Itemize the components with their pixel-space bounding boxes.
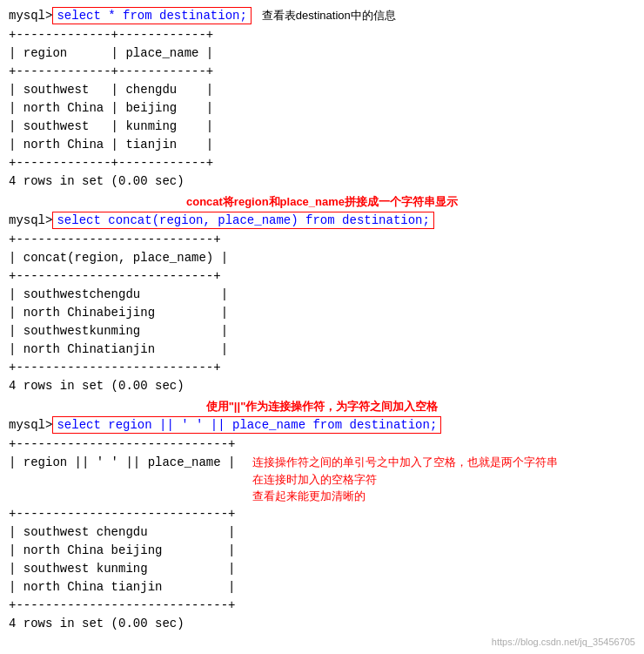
block2-header: | concat(region, place_name) | — [9, 249, 635, 267]
block2-rowcount: 4 rows in set (0.00 sec) — [9, 377, 635, 395]
block1-sep2: +-------------+------------+ — [9, 63, 635, 81]
block1-rowcount: 4 rows in set (0.00 sec) — [9, 172, 635, 191]
block2-sep2: +---------------------------+ — [9, 267, 635, 286]
block1: mysql> select * from destination; 查看表des… — [9, 7, 635, 191]
block3-sep1: +-----------------------------+ — [9, 435, 635, 454]
block1-row2: | north China | beijing | — [9, 99, 635, 118]
block3-header-row: | region || ' ' || place_name | 连接操作符之间的… — [9, 454, 635, 505]
block1-header: | region | place_name | — [9, 44, 635, 63]
block3: 使用"||"作为连接操作符，为字符之间加入空格 mysql> select re… — [9, 399, 635, 647]
block3-sep2: +-----------------------------+ — [9, 505, 635, 523]
block2-prompt: mysql> — [9, 213, 52, 227]
block1-prompt: mysql> — [9, 9, 52, 23]
block1-comment: 查看表destination中的信息 — [262, 8, 396, 24]
block1-prompt-line: mysql> select * from destination; 查看表des… — [9, 7, 635, 24]
block3-header-left: | region || ' ' || place_name | — [9, 454, 235, 472]
block1-row4: | north China | tianjin | — [9, 136, 635, 154]
block1-sep3: +-------------+------------+ — [9, 154, 635, 172]
block3-row4: | north China tianjin | — [9, 578, 635, 597]
block1-sql: select * from destination; — [52, 7, 251, 24]
block2-row4: | north Chinatianjin | — [9, 340, 635, 359]
block3-row2: | north China beijing | — [9, 542, 635, 560]
block3-row3: | southwest kunming | — [9, 560, 635, 578]
block2-row3: | southwestkunming | — [9, 322, 635, 340]
block3-side-comment: 连接操作符之间的单引号之中加入了空格，也就是两个字符串在连接时加入的空格字符查看… — [252, 454, 566, 505]
block3-rowcount: 4 rows in set (0.00 sec) — [9, 615, 635, 633]
block1-sep1: +-------------+------------+ — [9, 26, 635, 44]
footer-url: https://blog.csdn.net/jq_35456705 — [9, 637, 635, 647]
block2-sep1: +---------------------------+ — [9, 231, 635, 249]
block3-sep3: +-----------------------------+ — [9, 597, 635, 615]
block3-sql: select region || ' ' || place_name from … — [52, 416, 441, 434]
block3-row1: | southwest chengdu | — [9, 523, 635, 542]
block1-row3: | southwest | kunming | — [9, 118, 635, 136]
block2: concat将region和place_name拼接成一个字符串显示 mysql… — [9, 194, 635, 395]
block3-prompt-line: mysql> select region || ' ' || place_nam… — [9, 416, 635, 434]
block2-precaption: concat将region和place_name拼接成一个字符串显示 — [9, 194, 635, 210]
block1-row1: | southwest | chengdu | — [9, 81, 635, 99]
block2-sql: select concat(region, place_name) from d… — [52, 212, 433, 229]
block2-prompt-line: mysql> select concat(region, place_name)… — [9, 212, 635, 229]
block2-sep3: +---------------------------+ — [9, 359, 635, 377]
block3-prompt: mysql> — [9, 418, 52, 432]
block3-precaption: 使用"||"作为连接操作符，为字符之间加入空格 — [9, 399, 635, 415]
block3-header: | region || ' ' || place_name | — [9, 454, 235, 472]
block2-row2: | north Chinabeijing | — [9, 304, 635, 322]
block2-row1: | southwestchengdu | — [9, 286, 635, 304]
